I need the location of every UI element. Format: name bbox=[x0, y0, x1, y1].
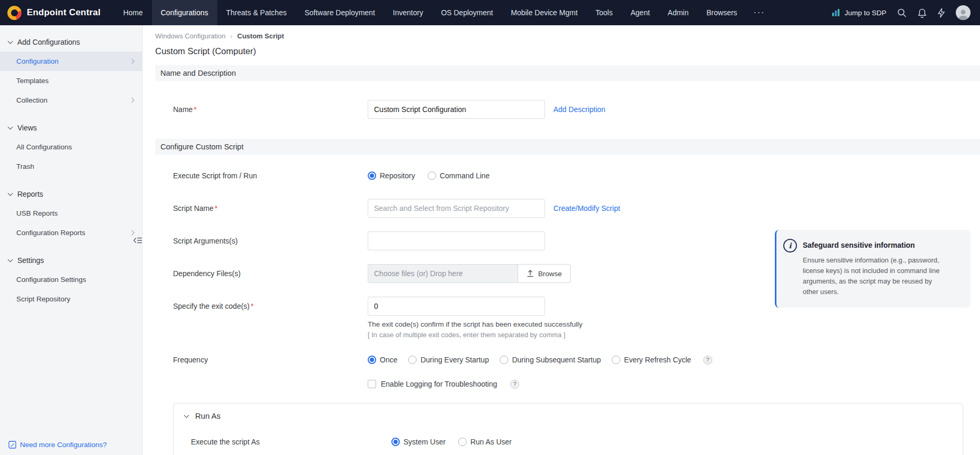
collapse-sidebar-icon[interactable] bbox=[132, 236, 144, 245]
frequency-label: Frequency bbox=[173, 356, 368, 364]
quick-actions-bolt-icon[interactable] bbox=[937, 8, 945, 18]
sidebar-item-trash[interactable]: Trash bbox=[0, 157, 142, 176]
chevron-right-icon bbox=[129, 98, 135, 103]
name-row: Name* Add Description bbox=[173, 100, 980, 119]
nav-tools[interactable]: Tools bbox=[587, 0, 622, 25]
radio-unselected-icon bbox=[500, 356, 508, 364]
sidebar-section-views: Views All Configurations Trash bbox=[0, 118, 142, 176]
logging-label: Enable Logging for Troubleshooting bbox=[381, 380, 497, 388]
browse-button[interactable]: Browse bbox=[518, 264, 571, 283]
page-title: Custom Script (Computer) bbox=[155, 46, 980, 56]
chevron-down-icon bbox=[8, 39, 13, 44]
radio-system-user[interactable]: System User bbox=[391, 438, 446, 446]
radio-run-as-user[interactable]: Run As User bbox=[458, 438, 512, 446]
edit-icon bbox=[8, 441, 16, 449]
sidebar-header-add-configurations[interactable]: Add Configurations bbox=[0, 33, 142, 52]
jump-to-sdp-label: Jump to SDP bbox=[844, 9, 886, 17]
nav-home[interactable]: Home bbox=[114, 0, 151, 25]
radio-selected-icon bbox=[391, 438, 400, 446]
chevron-down-icon bbox=[8, 191, 13, 196]
nav-admin[interactable]: Admin bbox=[659, 0, 698, 25]
sidebar-item-script-repository[interactable]: Script Repository bbox=[0, 289, 142, 309]
nav-os-deployment[interactable]: OS Deployment bbox=[432, 0, 502, 25]
execute-from-label: Execute Script from / Run bbox=[173, 171, 368, 180]
radio-during-every-startup[interactable]: During Every Startup bbox=[408, 356, 489, 364]
user-avatar[interactable] bbox=[956, 5, 971, 20]
radio-during-subsequent-startup[interactable]: During Subsequent Startup bbox=[500, 356, 601, 364]
radio-selected-icon bbox=[368, 356, 376, 364]
dependency-files-label: Dependency Files(s) bbox=[173, 269, 368, 278]
radio-unselected-icon bbox=[408, 356, 417, 364]
sidebar-item-all-configurations[interactable]: All Configurations bbox=[0, 137, 142, 157]
nav-software-deployment[interactable]: Software Deployment bbox=[296, 0, 384, 25]
radio-every-refresh-cycle[interactable]: Every Refresh Cycle bbox=[612, 356, 691, 364]
radio-unselected-icon bbox=[458, 438, 467, 446]
brand-name: Endpoint Central bbox=[27, 7, 100, 18]
script-arguments-input[interactable] bbox=[368, 231, 545, 250]
brand[interactable]: Endpoint Central bbox=[0, 0, 114, 25]
sidebar-item-collection[interactable]: Collection bbox=[0, 90, 142, 110]
exit-code-input[interactable] bbox=[368, 297, 545, 316]
exit-code-label: Specify the exit code(s)* bbox=[173, 297, 368, 316]
radio-selected-icon bbox=[368, 171, 376, 180]
sidebar-header-reports[interactable]: Reports bbox=[0, 185, 142, 204]
sidebar-section-reports: Reports USB Reports Configuration Report… bbox=[0, 185, 142, 242]
radio-once[interactable]: Once bbox=[368, 356, 397, 364]
notifications-bell-icon[interactable] bbox=[917, 8, 927, 18]
info-body: Ensure sensitive information (e.g., pass… bbox=[803, 255, 941, 298]
logging-help-icon[interactable]: ? bbox=[510, 380, 519, 389]
breadcrumb-windows-configuration[interactable]: Windows Configuration bbox=[155, 32, 226, 40]
sidebar-header-settings[interactable]: Settings bbox=[0, 251, 142, 270]
sidebar-header-views[interactable]: Views bbox=[0, 118, 142, 137]
sidebar-item-configuration-settings[interactable]: Configuration Settings bbox=[0, 270, 142, 289]
add-description-link[interactable]: Add Description bbox=[553, 105, 605, 114]
nav-mobile-device-mgmt[interactable]: Mobile Device Mgmt bbox=[502, 0, 587, 25]
logging-checkbox[interactable] bbox=[368, 380, 376, 388]
sidebar-item-usb-reports[interactable]: USB Reports bbox=[0, 204, 142, 223]
chevron-right-icon bbox=[129, 230, 135, 236]
info-icon: i bbox=[783, 239, 797, 252]
chevron-right-icon bbox=[129, 59, 135, 64]
nav-browsers[interactable]: Browsers bbox=[698, 0, 746, 25]
sidebar-item-templates[interactable]: Templates bbox=[0, 71, 142, 90]
need-more-configurations-link[interactable]: Need more Configurations? bbox=[8, 441, 107, 449]
name-input[interactable] bbox=[368, 100, 545, 119]
breadcrumb-current: Custom Script bbox=[237, 32, 284, 40]
section-header-name-description: Name and Description bbox=[155, 65, 980, 81]
nav-threats-patches[interactable]: Threats & Patches bbox=[217, 0, 296, 25]
required-asterisk: * bbox=[215, 204, 217, 213]
chevron-down-icon bbox=[8, 125, 13, 130]
jump-to-sdp-button[interactable]: Jump to SDP bbox=[832, 8, 886, 17]
radio-repository[interactable]: Repository bbox=[368, 171, 415, 180]
script-name-input[interactable] bbox=[368, 199, 545, 218]
exit-code-note-secondary: [ In case of multiple exit codes, enter … bbox=[368, 331, 582, 339]
radio-unselected-icon bbox=[428, 171, 436, 180]
radio-unselected-icon bbox=[612, 356, 620, 364]
script-name-label: Script Name* bbox=[173, 204, 368, 213]
frequency-help-icon[interactable]: ? bbox=[703, 356, 712, 365]
create-modify-script-link[interactable]: Create/Modify Script bbox=[553, 204, 620, 213]
frequency-row: Frequency Once During Every Startup Duri… bbox=[173, 352, 980, 367]
chevron-down-icon bbox=[8, 257, 13, 262]
execute-from-row: Execute Script from / Run Repository Com… bbox=[173, 166, 980, 185]
run-as-section: Run As Execute the script As System User… bbox=[173, 403, 963, 455]
nav-configurations[interactable]: Configurations bbox=[152, 0, 217, 25]
dependency-drop-zone[interactable]: Choose files (or) Drop here bbox=[368, 264, 518, 283]
upload-icon bbox=[527, 270, 534, 277]
sidebar-section-title: Add Configurations bbox=[17, 38, 80, 46]
nav-agent[interactable]: Agent bbox=[622, 0, 659, 25]
search-icon[interactable] bbox=[897, 8, 907, 18]
frequency-options: Once During Every Startup During Subsequ… bbox=[368, 356, 712, 365]
sidebar-item-configuration-reports[interactable]: Configuration Reports bbox=[0, 223, 142, 242]
info-title: Safeguard sensitive information bbox=[803, 241, 941, 249]
logging-row: Enable Logging for Troubleshooting ? bbox=[173, 377, 980, 391]
run-as-header[interactable]: Run As bbox=[174, 403, 963, 427]
radio-command-line[interactable]: Command Line bbox=[428, 171, 490, 180]
nav-right-actions: Jump to SDP bbox=[832, 0, 980, 25]
required-asterisk: * bbox=[251, 302, 254, 310]
nav-more-menu[interactable]: ··· bbox=[746, 0, 772, 25]
execute-as-row: Execute the script As System User Run As… bbox=[191, 438, 963, 446]
name-label: Name* bbox=[173, 105, 368, 114]
nav-inventory[interactable]: Inventory bbox=[384, 0, 432, 25]
sidebar-item-configuration[interactable]: Configuration bbox=[0, 52, 142, 71]
